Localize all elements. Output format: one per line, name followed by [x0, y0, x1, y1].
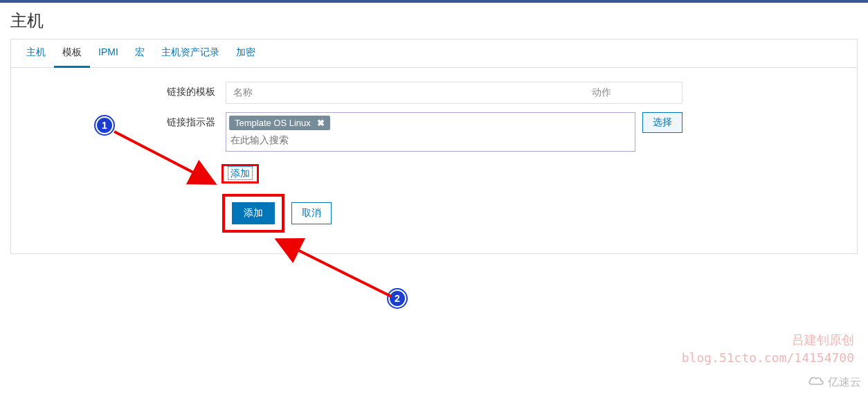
form-area: 链接的模板 名称 动作 链接指示器 Template OS Linux ✖ — [11, 68, 857, 253]
linked-templates-table: 名称 动作 — [226, 82, 682, 104]
label-linked-templates: 链接的模板 — [25, 82, 226, 98]
watermark-line2: blog.51cto.com/14154700 — [682, 349, 854, 366]
watermark-line1: 吕建钊原创 — [682, 332, 854, 349]
tab-macros[interactable]: 宏 — [127, 39, 153, 67]
annotation-badge-1: 1 — [96, 116, 114, 134]
cloud-icon — [807, 375, 825, 390]
col-action: 动作 — [592, 87, 675, 99]
select-button[interactable]: 选择 — [642, 112, 682, 133]
submit-highlight: 添加 — [222, 194, 284, 233]
add-link-highlight: 添加 — [221, 164, 259, 183]
template-tag[interactable]: Template OS Linux ✖ — [229, 116, 330, 130]
row-link-indicator: 链接指示器 Template OS Linux ✖ 选择 添加 — [25, 112, 843, 183]
brand-text: 亿速云 — [828, 375, 861, 390]
submit-row: 添加 取消 — [222, 194, 843, 233]
template-multiselect[interactable]: Template OS Linux ✖ — [226, 112, 635, 152]
template-search-input[interactable] — [229, 132, 632, 148]
add-button[interactable]: 添加 — [232, 202, 275, 224]
tab-templates[interactable]: 模板 — [54, 39, 90, 68]
row-linked-templates: 链接的模板 名称 动作 — [25, 82, 843, 104]
tab-host[interactable]: 主机 — [18, 39, 54, 67]
tab-ipmi[interactable]: IPMI — [90, 39, 127, 67]
watermark: 吕建钊原创 blog.51cto.com/14154700 — [682, 332, 854, 366]
linked-templates-header: 名称 动作 — [226, 82, 682, 103]
brand-logo: 亿速云 — [807, 375, 861, 390]
annotation-badge-2: 2 — [388, 289, 406, 307]
content-box: 主机 模板 IPMI 宏 主机资产记录 加密 链接的模板 名称 动作 链接指示器 — [10, 39, 858, 254]
page-title: 主机 — [0, 3, 868, 39]
cancel-button[interactable]: 取消 — [291, 202, 332, 224]
tab-inventory[interactable]: 主机资产记录 — [153, 39, 228, 67]
template-tag-label: Template OS Linux — [235, 118, 311, 128]
tab-encryption[interactable]: 加密 — [228, 39, 264, 67]
col-name: 名称 — [233, 87, 592, 99]
add-link[interactable]: 添加 — [228, 166, 253, 180]
remove-tag-icon[interactable]: ✖ — [317, 118, 325, 128]
tabs-bar: 主机 模板 IPMI 宏 主机资产记录 加密 — [11, 39, 857, 68]
label-link-indicator: 链接指示器 — [25, 112, 226, 129]
